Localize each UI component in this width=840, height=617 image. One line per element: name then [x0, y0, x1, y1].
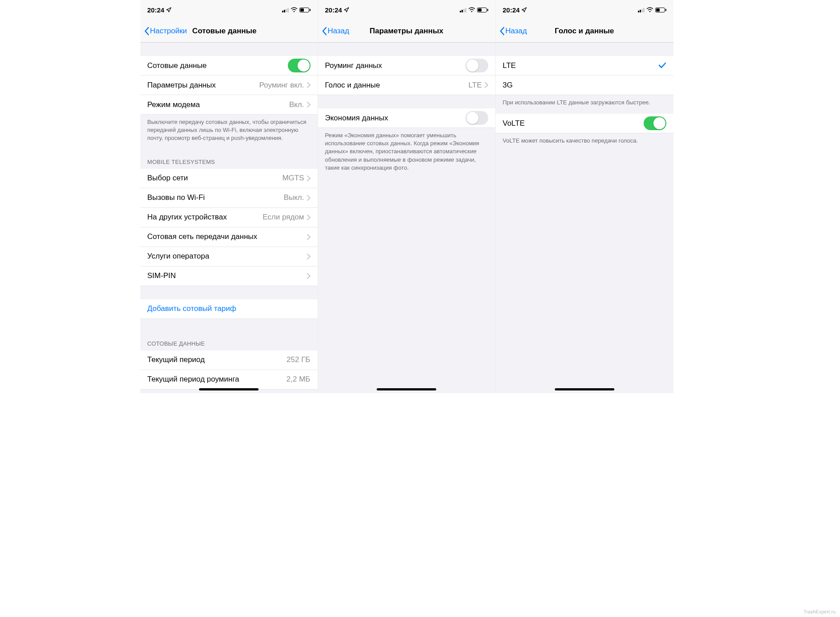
screen-voice-and-data: 20:24 Назад Голос и данные LTE	[496, 0, 673, 393]
status-time: 20:24	[325, 6, 342, 14]
wifi-calling-row[interactable]: Вызовы по Wi-Fi Выкл.	[140, 188, 318, 208]
wifi-calling-label: Вызовы по Wi-Fi	[147, 193, 284, 202]
roaming-period-value: 2,2 МБ	[287, 375, 311, 384]
svg-point-1	[471, 11, 472, 12]
lte-option-row[interactable]: LTE	[496, 56, 673, 76]
volte-footer: VoLTE может повысить качество передачи г…	[496, 133, 673, 148]
cellular-data-toggle[interactable]	[288, 59, 311, 72]
back-button[interactable]: Настройки	[144, 27, 187, 36]
data-roaming-toggle[interactable]	[466, 59, 488, 72]
network-selection-label: Выбор сети	[147, 174, 283, 183]
wifi-icon	[468, 6, 475, 14]
personal-hotspot-row[interactable]: Режим модема Вкл.	[140, 95, 318, 115]
add-cellular-plan-label: Добавить сотовый тариф	[147, 304, 311, 313]
chevron-right-icon	[307, 82, 311, 88]
home-indicator[interactable]	[199, 388, 259, 390]
voice-and-data-row[interactable]: Голос и данные LTE	[318, 76, 495, 95]
network-selection-row[interactable]: Выбор сети MGTS	[140, 169, 318, 188]
other-devices-row[interactable]: На других устройствах Если рядом	[140, 208, 318, 227]
nav-bar: Назад Голос и данные	[496, 20, 673, 43]
personal-hotspot-value: Вкл.	[289, 100, 304, 109]
roaming-period-label: Текущий период роуминга	[147, 375, 287, 384]
back-label: Назад	[506, 27, 527, 36]
cellular-signal-icon	[282, 8, 289, 12]
cellular-data-footer: Выключите передачу сотовых данных, чтобы…	[140, 115, 318, 146]
checkmark-icon	[658, 60, 666, 71]
other-devices-value: Если рядом	[263, 213, 304, 222]
lte-label: LTE	[503, 61, 658, 70]
chevron-right-icon	[307, 102, 311, 107]
svg-point-2	[649, 11, 650, 12]
voice-and-data-label: Голос и данные	[325, 81, 469, 90]
cellular-data-label: Сотовые данные	[147, 61, 288, 70]
low-data-mode-footer: Режим «Экономия данных» помогает уменьши…	[318, 128, 495, 175]
sim-pin-label: SIM-PIN	[147, 271, 307, 280]
network-selection-value: MGTS	[282, 174, 304, 183]
battery-icon	[299, 8, 311, 12]
location-icon	[344, 6, 349, 14]
back-label: Назад	[328, 27, 350, 36]
svg-point-0	[293, 11, 295, 12]
chevron-right-icon	[307, 175, 311, 181]
roaming-period-row: Текущий период роуминга 2,2 МБ	[140, 370, 318, 390]
back-button[interactable]: Назад	[499, 27, 527, 36]
three-g-option-row[interactable]: 3G	[496, 76, 673, 95]
nav-bar: Назад Параметры данных	[318, 20, 495, 43]
cellular-data-toggle-row: Сотовые данные	[140, 56, 318, 76]
chevron-right-icon	[307, 254, 311, 259]
cellular-network-row[interactable]: Сотовая сеть передачи данных	[140, 227, 318, 247]
data-options-value: Роуминг вкл.	[259, 81, 304, 90]
personal-hotspot-label: Режим модема	[147, 100, 289, 109]
status-bar: 20:24	[318, 0, 495, 20]
location-icon	[522, 6, 527, 14]
nav-bar: Настройки Сотовые данные	[140, 20, 318, 43]
volte-label: VoLTE	[503, 119, 644, 128]
wifi-calling-value: Выкл.	[284, 193, 304, 202]
current-period-value: 252 ГБ	[287, 355, 310, 364]
usage-section-header: СОТОВЫЕ ДАННЫЕ	[140, 319, 318, 350]
wifi-icon	[646, 6, 653, 14]
back-button[interactable]: Назад	[322, 27, 350, 36]
chevron-right-icon	[307, 195, 311, 201]
three-g-label: 3G	[503, 81, 666, 90]
chevron-right-icon	[307, 215, 311, 220]
voice-and-data-value: LTE	[469, 81, 482, 90]
low-data-mode-label: Экономия данных	[325, 114, 466, 123]
page-title: Сотовые данные	[192, 27, 257, 36]
current-period-row: Текущий период 252 ГБ	[140, 350, 318, 370]
data-roaming-label: Роуминг данных	[325, 61, 466, 70]
home-indicator[interactable]	[377, 388, 436, 390]
chevron-right-icon	[307, 273, 311, 279]
cellular-signal-icon	[638, 8, 645, 12]
current-period-label: Текущий период	[147, 355, 287, 364]
battery-icon	[655, 8, 666, 12]
chevron-left-icon	[144, 27, 149, 36]
page-title: Голос и данные	[555, 27, 614, 36]
carrier-section-header: MOBILE TELESYSTEMS	[140, 146, 318, 169]
data-roaming-row: Роуминг данных	[318, 56, 495, 76]
data-options-label: Параметры данных	[147, 81, 259, 90]
lte-footer: При использовании LTE данные загружаются…	[496, 95, 673, 110]
status-time: 20:24	[503, 6, 520, 14]
status-bar: 20:24	[496, 0, 673, 20]
battery-icon	[477, 8, 488, 12]
low-data-mode-toggle[interactable]	[466, 111, 488, 125]
home-indicator[interactable]	[555, 388, 614, 390]
other-devices-label: На других устройствах	[147, 213, 263, 222]
chevron-left-icon	[499, 27, 505, 36]
chevron-right-icon	[307, 234, 311, 240]
cellular-network-label: Сотовая сеть передачи данных	[147, 232, 307, 241]
screen-cellular-data: 20:24 Настройки Сотовые данные Сотовые д…	[140, 0, 318, 393]
data-options-row[interactable]: Параметры данных Роуминг вкл.	[140, 76, 318, 95]
cellular-signal-icon	[460, 8, 466, 12]
volte-toggle[interactable]	[644, 116, 666, 130]
carrier-services-row[interactable]: Услуги оператора	[140, 247, 318, 267]
chevron-right-icon	[485, 82, 488, 88]
status-time: 20:24	[147, 6, 164, 14]
wifi-icon	[291, 6, 298, 14]
screen-data-options: 20:24 Назад Параметры данных Роуминг дан…	[318, 0, 496, 393]
location-icon	[166, 6, 171, 14]
add-cellular-plan-row[interactable]: Добавить сотовый тариф	[140, 299, 318, 319]
sim-pin-row[interactable]: SIM-PIN	[140, 267, 318, 286]
carrier-services-label: Услуги оператора	[147, 252, 307, 261]
